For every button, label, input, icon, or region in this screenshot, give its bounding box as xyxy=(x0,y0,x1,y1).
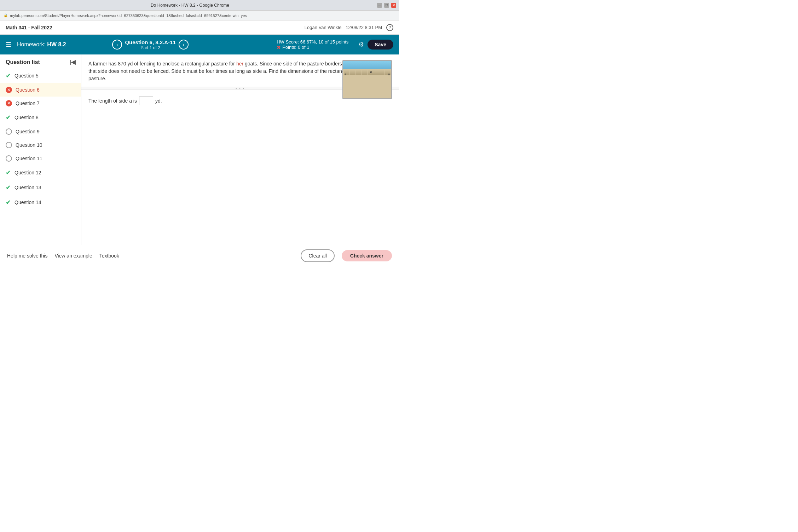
question-info: Question 6, 8.2.A-11 Part 1 of 2 xyxy=(125,39,175,50)
settings-icon[interactable]: ⚙ xyxy=(358,41,364,48)
menu-icon[interactable]: ☰ xyxy=(6,41,11,48)
water-area xyxy=(343,61,391,69)
pasture-cell xyxy=(350,71,355,71)
pasture-label-b: b xyxy=(370,70,372,74)
question-label: Question 6 xyxy=(16,87,40,93)
user-info: Logan Van Winkle 12/08/22 8:31 PM ? xyxy=(305,24,393,31)
minimize-button[interactable]: ─ xyxy=(377,3,382,8)
sidebar-title: Question list |◀ xyxy=(0,54,81,68)
hw-score-area: HW Score: 66.67%, 10 of 15 points ✖ Poin… xyxy=(277,39,348,50)
pasture-cell xyxy=(385,71,391,71)
check-icon: ✔ xyxy=(6,198,11,206)
question-label: Question 5 xyxy=(15,73,39,79)
points-label: Points: xyxy=(282,45,296,50)
lock-icon: 🔒 xyxy=(4,13,8,17)
question-label: Question 11 xyxy=(16,156,42,161)
app-topbar: Math 341 - Fall 2022 Logan Van Winkle 12… xyxy=(0,21,399,35)
pasture-cell xyxy=(350,74,355,75)
close-button[interactable]: ✕ xyxy=(391,3,396,8)
hw-name: HW 8.2 xyxy=(47,41,66,47)
pasture-cell xyxy=(355,72,361,73)
question-list: ✔Question 5✕Question 6✕Question 7✔Questi… xyxy=(0,68,81,210)
url-text[interactable]: mylab.pearson.com/Student/PlayerHomework… xyxy=(10,13,247,18)
pasture-cell xyxy=(355,70,361,70)
x-icon: ✕ xyxy=(6,87,12,93)
check-icon: ✔ xyxy=(6,114,11,121)
maximize-button[interactable]: □ xyxy=(384,3,389,8)
sidebar-item-q11[interactable]: Question 11 xyxy=(0,152,81,165)
clear-all-button[interactable]: Clear all xyxy=(301,249,334,262)
sidebar-item-q9[interactable]: Question 9 xyxy=(0,125,81,138)
sidebar-item-q7[interactable]: ✕Question 7 xyxy=(0,97,81,110)
bottom-toolbar: Help me solve this View an example Textb… xyxy=(0,245,399,266)
content-area: a a b A farmer has 870 yd of fencing to … xyxy=(81,54,399,245)
address-bar: 🔒 mylab.pearson.com/Student/PlayerHomewo… xyxy=(0,11,399,21)
question-part: Part 1 of 2 xyxy=(125,45,175,50)
next-question-button[interactable]: › xyxy=(179,40,189,50)
hw-title: Homework: HW 8.2 xyxy=(17,41,66,48)
save-button[interactable]: Save xyxy=(368,40,393,50)
question-label: Question 10 xyxy=(16,142,42,148)
main-layout: Question list |◀ ✔Question 5✕Question 6✕… xyxy=(0,54,399,245)
question-label: Question 12 xyxy=(15,170,41,175)
divider-dots: • • • xyxy=(236,86,245,90)
hw-score-line: HW Score: 66.67%, 10 of 15 points xyxy=(277,39,348,45)
sidebar-item-q13[interactable]: ✔Question 13 xyxy=(0,180,81,195)
pasture-ground xyxy=(343,69,391,75)
pasture-cell xyxy=(373,72,379,73)
check-icon: ✔ xyxy=(6,184,11,191)
sidebar-item-q8[interactable]: ✔Question 8 xyxy=(0,110,81,125)
problem-highlight: her xyxy=(236,61,243,66)
pasture-cell xyxy=(350,72,355,73)
course-title: Math 341 - Fall 2022 xyxy=(6,25,52,30)
question-label: Question 7 xyxy=(16,100,40,106)
pasture-cell xyxy=(373,73,379,74)
points-x-icon: ✖ xyxy=(277,45,281,50)
pasture-cell xyxy=(350,73,355,74)
hw-actions: ⚙ Save xyxy=(358,40,393,50)
question-label: Question 13 xyxy=(15,185,41,190)
collapse-sidebar-button[interactable]: |◀ xyxy=(70,59,75,65)
pasture-cell xyxy=(385,70,391,70)
hw-score-label: HW Score: xyxy=(277,39,300,45)
pasture-cell xyxy=(355,71,361,71)
hw-title-prefix: Homework: xyxy=(17,41,47,47)
browser-titlebar: Do Homework - HW 8.2 - Google Chrome ─ □… xyxy=(0,0,399,11)
sidebar-item-q6[interactable]: ✕Question 6 xyxy=(0,83,81,97)
user-name: Logan Van Winkle xyxy=(305,25,342,30)
pasture-cell xyxy=(379,72,385,73)
pasture-cell xyxy=(362,72,367,73)
question-label: Question 9 xyxy=(16,129,40,134)
pasture-cell xyxy=(344,71,349,71)
pasture-cell xyxy=(373,71,379,71)
pasture-cell xyxy=(379,71,385,71)
check-answer-button[interactable]: Check answer xyxy=(342,250,392,261)
circle-icon xyxy=(6,142,12,148)
prev-question-button[interactable]: ‹ xyxy=(112,40,122,50)
pasture-cell xyxy=(344,70,349,70)
pasture-cell xyxy=(362,70,367,70)
pasture-cell xyxy=(350,70,355,70)
circle-icon xyxy=(6,128,12,135)
x-icon: ✕ xyxy=(6,100,12,106)
sidebar: Question list |◀ ✔Question 5✕Question 6✕… xyxy=(0,54,81,245)
sidebar-item-q10[interactable]: Question 10 xyxy=(0,138,81,152)
browser-title: Do Homework - HW 8.2 - Google Chrome xyxy=(3,3,377,8)
pasture-cell xyxy=(362,71,367,71)
sidebar-item-q12[interactable]: ✔Question 12 xyxy=(0,165,81,180)
textbook-button[interactable]: Textbook xyxy=(99,251,119,260)
help-solve-button[interactable]: Help me solve this xyxy=(7,251,47,260)
pasture-label-a-left: a xyxy=(345,73,346,76)
pasture-cell xyxy=(373,74,379,75)
view-example-button[interactable]: View an example xyxy=(54,251,92,260)
help-icon[interactable]: ? xyxy=(386,24,393,31)
pasture-cell xyxy=(368,74,373,75)
pasture-cell xyxy=(379,73,385,74)
question-title: Question 6, 8.2.A-11 xyxy=(125,39,175,45)
answer-input[interactable] xyxy=(139,97,153,105)
answer-prefix: The length of side a is xyxy=(88,98,137,104)
sidebar-item-q14[interactable]: ✔Question 14 xyxy=(0,195,81,210)
sidebar-item-q5[interactable]: ✔Question 5 xyxy=(0,68,81,83)
question-label: Question 8 xyxy=(15,115,39,120)
hw-score-value: 66.67%, 10 of 15 points xyxy=(300,39,349,45)
